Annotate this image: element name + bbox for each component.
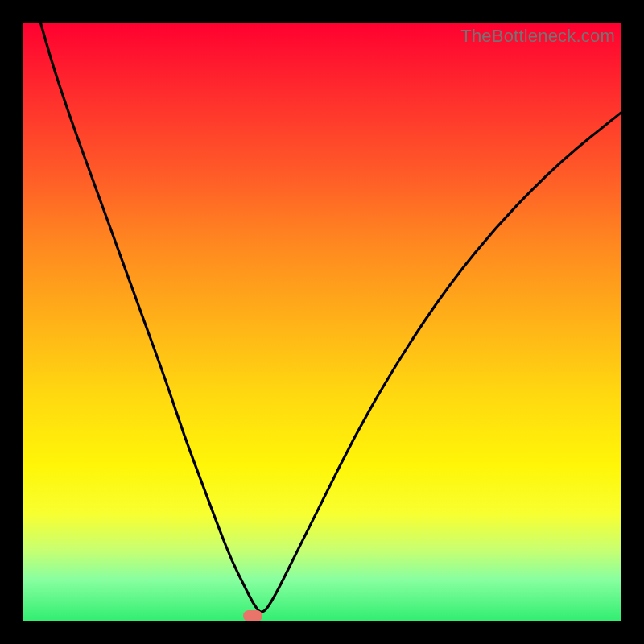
- optimum-marker: [243, 610, 262, 621]
- bottleneck-curve: [23, 23, 621, 621]
- plot-area: TheBottleneck.com: [23, 23, 621, 621]
- chart-frame: TheBottleneck.com: [0, 0, 644, 644]
- curve-path: [40, 23, 621, 612]
